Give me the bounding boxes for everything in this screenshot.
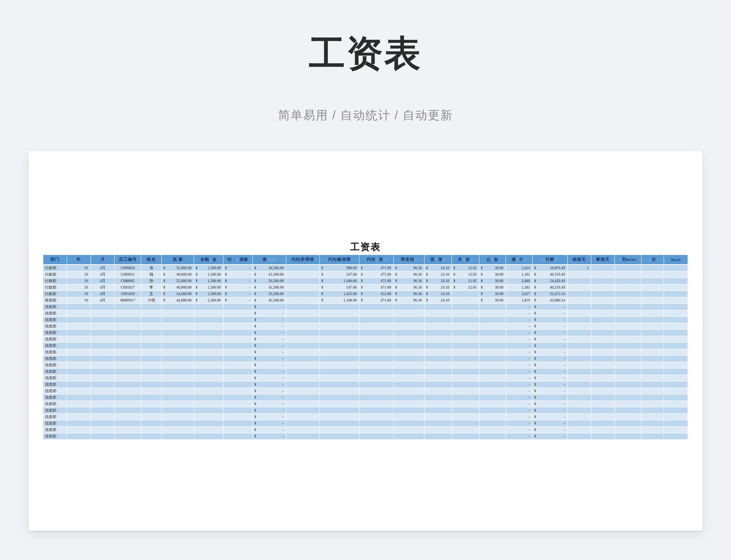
cell: [591, 265, 615, 271]
cell: [359, 375, 394, 381]
yen-symbol: ¥: [534, 420, 536, 426]
cell: [162, 388, 194, 394]
cell: [452, 388, 479, 394]
yen-symbol: ¥: [534, 427, 536, 433]
cell: [591, 342, 615, 349]
cell: [320, 426, 359, 433]
cell: [194, 355, 223, 362]
cell: [425, 342, 452, 349]
cell: [425, 375, 452, 381]
cell: [67, 303, 91, 310]
cell: [286, 265, 320, 271]
cell: [452, 342, 479, 349]
cell: [615, 271, 642, 278]
cell: [162, 355, 194, 362]
yen-symbol: ¥: [254, 420, 256, 426]
column-header: 员工编号: [115, 255, 141, 265]
yen-symbol: ¥: [254, 297, 256, 303]
cell: [394, 303, 425, 310]
cell: [67, 400, 91, 407]
yen-symbol: ¥: [254, 284, 256, 290]
cell: [194, 303, 223, 310]
yen-symbol: ¥: [163, 265, 165, 271]
yen-symbol: ¥: [534, 388, 536, 394]
cell: 行政部: [43, 271, 67, 278]
cell: [223, 342, 253, 349]
cell: [664, 368, 688, 375]
yen-symbol: ¥: [534, 349, 536, 355]
cell: [452, 316, 479, 323]
cell: [359, 303, 394, 310]
cell: ¥44,000.00: [162, 297, 194, 303]
cell: [425, 368, 452, 375]
cell: ¥547.00: [320, 284, 359, 290]
cell: [615, 394, 642, 400]
cell: 行政部: [43, 284, 67, 290]
cell: [479, 336, 506, 342]
table-row: 信息部¥--¥-: [43, 329, 688, 336]
column-header: 薪□□□: [253, 255, 286, 265]
cell: [591, 297, 615, 303]
cell: [141, 329, 162, 336]
cell: ¥-: [253, 394, 286, 400]
cell: 信息部: [43, 336, 67, 342]
cell: [642, 342, 664, 349]
cell: [479, 329, 506, 336]
cell: [91, 407, 115, 413]
yen-symbol: ¥: [254, 388, 256, 394]
cell: M089017: [115, 297, 141, 303]
cell: [452, 368, 479, 375]
cell: [568, 336, 591, 342]
yen-symbol: ¥: [254, 278, 256, 284]
cell: ¥12.05: [452, 278, 479, 284]
cell: [615, 290, 642, 297]
cell: [591, 368, 615, 375]
yen-symbol: ¥: [361, 271, 363, 278]
cell: [194, 349, 223, 355]
cell: [394, 375, 425, 381]
cell: [664, 388, 688, 394]
cell: ¥12.05: [452, 265, 479, 271]
cell: [141, 413, 162, 420]
table-row: 行政部914月C091027李¥40,000.00¥1,500.00¥-¥41,…: [43, 284, 688, 290]
cell: [642, 265, 664, 271]
cell: ¥1,500.00: [194, 278, 223, 284]
cell: [286, 278, 320, 284]
cell: ¥-: [253, 407, 286, 413]
cell: [479, 433, 506, 439]
cell: ¥24.10: [425, 297, 452, 303]
cell: [642, 413, 664, 420]
yen-symbol: ¥: [321, 291, 323, 297]
cell: [115, 336, 141, 342]
cell: [223, 426, 253, 433]
cell: [568, 362, 591, 368]
yen-symbol: ¥: [254, 362, 256, 368]
cell: [223, 381, 253, 388]
cell: [479, 310, 506, 316]
cell: [452, 420, 479, 426]
cell: 91: [67, 271, 91, 278]
cell: [359, 400, 394, 407]
cell: [223, 323, 253, 329]
cell: [67, 323, 91, 329]
cell: [320, 381, 359, 388]
template-preview-card[interactable]: 工资表 部门年月员工编号姓名底 薪全勤□金扣：□假款薪□□□代扣所得税代扣健保费…: [29, 151, 702, 531]
cell: [568, 329, 591, 336]
cell: [425, 381, 452, 388]
cell: [664, 362, 688, 368]
cell: [664, 323, 688, 329]
cell: ¥-: [223, 278, 253, 284]
cell: [394, 413, 425, 420]
yen-symbol: ¥: [534, 291, 536, 297]
cell: 李: [141, 284, 162, 290]
cell: [194, 362, 223, 368]
cell: 行政部: [43, 278, 67, 284]
yen-symbol: ¥: [163, 271, 165, 278]
yen-symbol: ¥: [534, 278, 536, 284]
cell: [568, 316, 591, 323]
cell: [223, 388, 253, 394]
cell: [115, 323, 141, 329]
cell: ¥-: [253, 426, 286, 433]
cell: 张: [141, 265, 162, 271]
cell: [286, 400, 320, 407]
